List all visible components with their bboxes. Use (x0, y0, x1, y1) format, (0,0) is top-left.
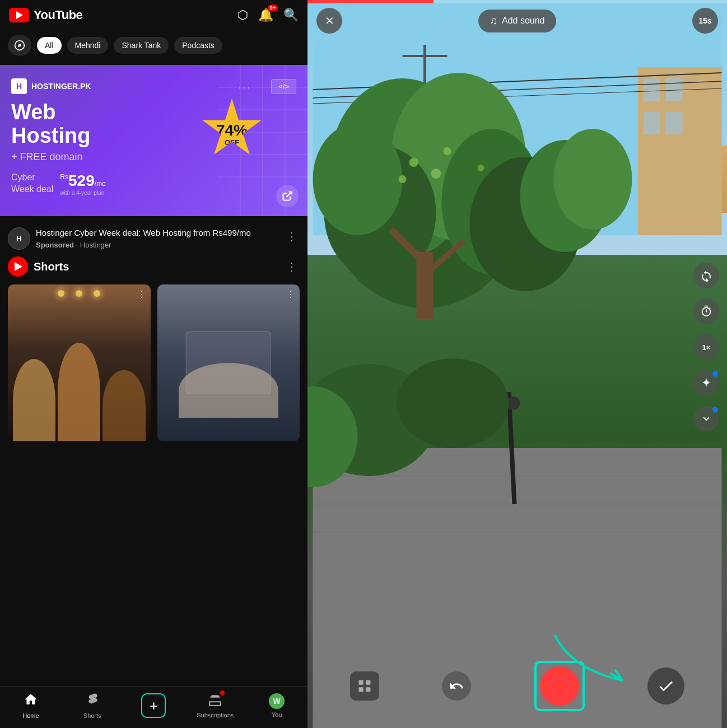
nav-item-add[interactable]: + (123, 693, 185, 718)
chip-explore[interactable] (8, 35, 31, 56)
svg-rect-52 (359, 687, 364, 692)
short-thumb-1[interactable]: ⋮ (8, 284, 151, 441)
shorts-logo[interactable] (8, 256, 28, 277)
svg-point-36 (399, 175, 407, 183)
nav-item-shorts[interactable]: Shorts (62, 692, 123, 719)
chip-mehndi[interactable]: Mehndi (67, 37, 109, 54)
svg-point-33 (409, 158, 418, 167)
svg-marker-1 (17, 43, 21, 47)
add-sound-button[interactable]: ♫ Add sound (478, 10, 556, 32)
shorts-header: Shorts ⋮ (8, 256, 300, 277)
ad-headline-line1: Web (11, 100, 56, 124)
ad-currency: Rs (60, 173, 68, 181)
nav-label-subscriptions: Subscriptions (197, 712, 234, 718)
svg-rect-51 (366, 680, 370, 685)
camera-bottom-bar (307, 661, 727, 711)
chip-shark-tank[interactable]: Shark Tank (114, 37, 169, 54)
cast-icon[interactable]: ⬡ (237, 8, 248, 22)
camera-panel: ✕ ♫ Add sound 15s 1× ✦ (307, 0, 727, 728)
svg-rect-14 (666, 78, 683, 101)
dots-decoration: ··· (238, 82, 251, 94)
subscriptions-icon-wrapper (208, 693, 222, 710)
youtube-logo[interactable]: YouTube (9, 8, 82, 22)
hostinger-name: HOSTINGER.PK (31, 82, 91, 91)
ad-sponsored-label: Sponsored (36, 241, 74, 249)
timer-label: 15s (698, 16, 711, 25)
youtube-panel: YouTube ⬡ 🔔 9+ 🔍 All Mehndi Shark Tank P… (0, 0, 307, 728)
camera-close-button[interactable]: ✕ (316, 8, 342, 34)
camera-timer-button[interactable]: 15s (692, 8, 718, 34)
svg-point-35 (478, 165, 484, 171)
shorts-thumbnails: ⋮ ⋮ (8, 284, 300, 441)
user-avatar: W (269, 693, 285, 709)
add-button[interactable]: + (141, 693, 166, 718)
svg-point-34 (444, 147, 451, 155)
flip-camera-button[interactable] (693, 263, 719, 288)
short-1-more[interactable]: ⋮ (137, 289, 146, 300)
shorts-more-button[interactable]: ⋮ (284, 258, 300, 276)
svg-rect-15 (644, 112, 660, 134)
gallery-button[interactable] (350, 671, 379, 701)
camera-right-controls: 1× ✦ (693, 263, 719, 432)
down-badge (712, 407, 718, 413)
bottom-nav: Home Shorts + Subscriptions (0, 686, 307, 728)
ad-channel-avatar: H (8, 227, 30, 250)
svg-point-37 (431, 169, 441, 179)
ad-video-title: Hostinger Cyber Week deal: Web Hosting f… (36, 227, 278, 239)
light-2 (76, 290, 82, 297)
ad-meta: Sponsored · Hostinger (36, 241, 278, 249)
external-link-button[interactable] (276, 185, 299, 207)
shorts-title-group: Shorts (8, 256, 69, 277)
notification-icon[interactable]: 🔔 9+ (258, 8, 273, 22)
short-2-more[interactable]: ⋮ (286, 289, 295, 300)
speed-label: 1× (702, 343, 711, 351)
camera-top-bar: ✕ ♫ Add sound 15s (307, 8, 727, 34)
chips-bar: All Mehndi Shark Tank Podcasts (0, 30, 307, 60)
camera-progress-bar (307, 0, 727, 3)
ad-info-text: Hostinger Cyber Week deal: Web Hosting f… (36, 227, 278, 249)
header-icons: ⬡ 🔔 9+ 🔍 (237, 8, 299, 22)
youtube-logo-text: YouTube (34, 8, 82, 22)
confirm-button[interactable] (647, 668, 684, 704)
scroll-down-button[interactable] (693, 406, 719, 432)
notification-badge: 9+ (268, 4, 278, 11)
subscriptions-badge (220, 690, 225, 695)
svg-rect-16 (666, 112, 683, 134)
svg-point-29 (313, 123, 403, 235)
timer-control-button[interactable] (693, 298, 719, 324)
svg-point-32 (554, 129, 632, 230)
svg-line-10 (286, 192, 291, 197)
music-icon: ♫ (490, 15, 497, 27)
short-thumb-2[interactable]: ⋮ (157, 284, 300, 441)
nav-item-you[interactable]: W You (246, 693, 307, 718)
camera-background (307, 0, 727, 728)
nav-item-home[interactable]: Home (0, 692, 62, 719)
effects-badge (712, 371, 718, 377)
ad-deal-label: CyberWeek deal (11, 172, 53, 195)
speed-control-button[interactable]: 1× (693, 334, 719, 360)
nav-label-home: Home (22, 712, 39, 719)
home-icon (24, 692, 38, 710)
discount-text: 74% (216, 123, 248, 138)
ad-price: Rs529/mo with a 4-year plan (60, 172, 105, 196)
ad-info-row: H Hostinger Cyber Week deal: Web Hosting… (0, 221, 307, 256)
svg-point-49 (397, 358, 509, 448)
shorts-label: Shorts (34, 260, 69, 273)
short-people (8, 332, 151, 441)
ad-amount: 529 (68, 172, 95, 189)
ad-banner[interactable]: H HOSTINGER.PK Web Hosting + FREE domain… (0, 65, 307, 216)
effects-button[interactable]: ✦ (693, 370, 719, 396)
svg-rect-13 (644, 78, 660, 101)
sparkle-icon: ✦ (701, 376, 711, 390)
undo-button[interactable] (442, 671, 471, 701)
arrow-annotation (538, 624, 650, 692)
chip-all[interactable]: All (37, 37, 62, 54)
search-icon[interactable]: 🔍 (283, 8, 299, 22)
add-sound-label: Add sound (502, 16, 545, 26)
ad-more-button[interactable]: ⋮ (284, 227, 300, 245)
chip-podcasts[interactable]: Podcasts (174, 37, 222, 54)
light-3 (94, 290, 100, 297)
nav-item-subscriptions[interactable]: Subscriptions (184, 693, 246, 718)
youtube-header: YouTube ⬡ 🔔 9+ 🔍 (0, 0, 307, 30)
ad-headline-line2: Hosting (11, 124, 90, 147)
